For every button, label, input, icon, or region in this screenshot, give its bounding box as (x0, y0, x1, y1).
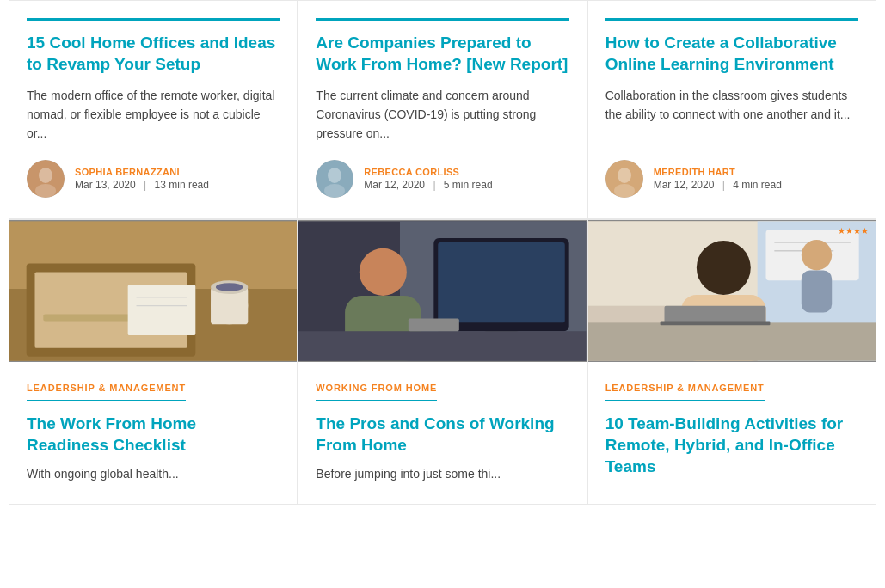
card-excerpt: Before jumping into just some thi... (316, 465, 568, 484)
svg-rect-29 (298, 332, 586, 361)
card-title[interactable]: 10 Team-Building Activities for Remote, … (605, 413, 858, 477)
card-excerpt: The modern office of the remote worker, … (27, 87, 280, 143)
author-row: REBECCA CORLISS Mar 12, 2020 | 5 min rea… (316, 160, 568, 198)
card-image-wrapper (9, 220, 297, 362)
svg-rect-43 (801, 271, 831, 313)
svg-rect-18 (128, 285, 196, 336)
avatar (605, 160, 643, 198)
card-excerpt: With ongoing global health... (27, 465, 280, 484)
svg-point-7 (618, 168, 631, 183)
author-meta: Mar 12, 2020 | 5 min read (364, 179, 492, 191)
card-excerpt: The current climate and concern around C… (316, 87, 568, 143)
bottom-card-2: ★★★★ LEADERSHIP & MANAGEMENT 10 Team-Bui… (587, 219, 876, 504)
card-title[interactable]: The Work From Home Readiness Checklist (27, 413, 280, 456)
author-name[interactable]: SOPHIA BERNAZZANI (75, 167, 209, 177)
svg-point-16 (216, 284, 243, 292)
meta-separator: | (144, 179, 146, 191)
card-excerpt: Collaboration in the classroom gives stu… (605, 87, 858, 143)
card-body: WORKING FROM HOME The Pros and Cons of W… (298, 362, 586, 500)
read-time: 13 min read (155, 179, 209, 191)
card-top-border (316, 18, 568, 21)
avatar (27, 160, 65, 198)
author-name[interactable]: MEREDITH HART (654, 167, 782, 177)
author-info: REBECCA CORLISS Mar 12, 2020 | 5 min rea… (364, 167, 492, 191)
meta-separator: | (722, 179, 725, 191)
svg-rect-40 (664, 306, 765, 323)
bottom-card-1: WORKING FROM HOME The Pros and Cons of W… (298, 219, 587, 504)
author-meta: Mar 12, 2020 | 4 min read (654, 179, 782, 191)
read-time: 5 min read (444, 179, 493, 191)
category-label[interactable]: LEADERSHIP & MANAGEMENT (27, 383, 186, 401)
author-meta: Mar 13, 2020 | 13 min read (75, 179, 209, 191)
svg-point-8 (614, 184, 635, 198)
svg-text:★★★★: ★★★★ (838, 227, 869, 236)
svg-point-5 (324, 184, 345, 198)
bottom-card-0: LEADERSHIP & MANAGEMENT The Work From Ho… (9, 219, 298, 504)
post-date: Mar 12, 2020 (654, 179, 715, 191)
category-label[interactable]: LEADERSHIP & MANAGEMENT (605, 383, 765, 401)
author-name[interactable]: REBECCA CORLISS (364, 167, 492, 177)
card-title[interactable]: The Pros and Cons of Working From Home (316, 413, 568, 456)
card-title[interactable]: Are Companies Prepared to Work From Home… (316, 33, 568, 75)
read-time: 4 min read (733, 179, 782, 191)
author-row: SOPHIA BERNAZZANI Mar 13, 2020 | 13 min … (27, 160, 280, 198)
top-card-0: 15 Cool Home Offices and Ideas to Revamp… (9, 0, 298, 219)
svg-point-37 (697, 241, 751, 295)
svg-point-42 (801, 240, 831, 270)
post-date: Mar 12, 2020 (364, 179, 425, 191)
author-row: MEREDITH HART Mar 12, 2020 | 4 min read (605, 160, 858, 198)
meta-separator: | (433, 179, 435, 191)
svg-point-2 (35, 184, 56, 198)
avatar (316, 160, 353, 198)
category-label[interactable]: WORKING FROM HOME (316, 383, 437, 401)
author-info: MEREDITH HART Mar 12, 2020 | 4 min read (654, 167, 782, 191)
svg-point-4 (328, 168, 341, 183)
card-image-wrapper (298, 220, 586, 362)
card-top-border (27, 18, 280, 21)
svg-rect-41 (660, 322, 770, 326)
top-card-2: How to Create a Collaborative Online Lea… (587, 0, 876, 219)
svg-rect-24 (439, 242, 565, 322)
card-top-border (605, 18, 858, 21)
svg-rect-30 (409, 319, 459, 332)
svg-rect-39 (588, 323, 876, 361)
card-body: LEADERSHIP & MANAGEMENT 10 Team-Building… (588, 362, 876, 503)
card-image-wrapper: ★★★★ (588, 220, 876, 362)
author-info: SOPHIA BERNAZZANI Mar 13, 2020 | 13 min … (75, 167, 209, 191)
card-body: LEADERSHIP & MANAGEMENT The Work From Ho… (9, 362, 297, 500)
svg-point-27 (360, 248, 407, 296)
card-title[interactable]: 15 Cool Home Offices and Ideas to Revamp… (27, 33, 280, 75)
top-card-1: Are Companies Prepared to Work From Home… (298, 0, 587, 219)
card-title[interactable]: How to Create a Collaborative Online Lea… (605, 33, 858, 75)
svg-point-1 (39, 168, 52, 183)
post-date: Mar 13, 2020 (75, 179, 136, 191)
